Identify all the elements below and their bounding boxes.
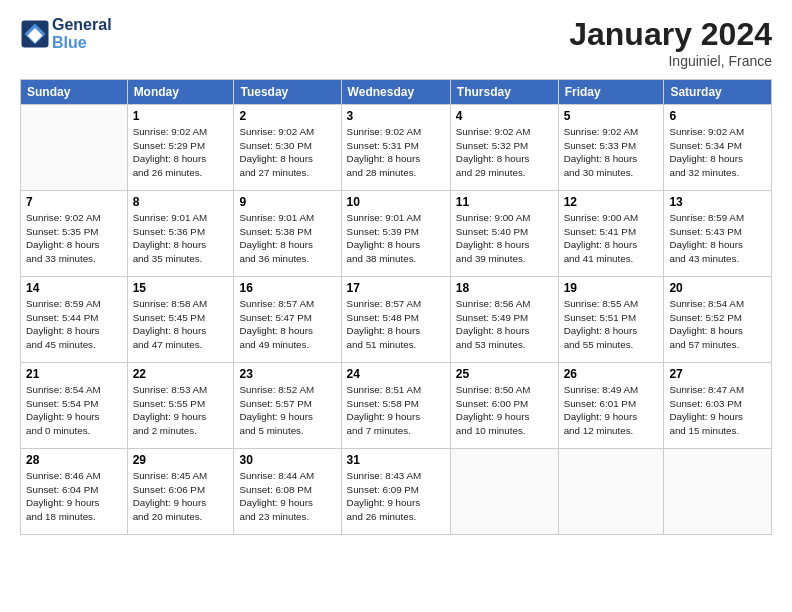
day-info: Sunrise: 8:44 AMSunset: 6:08 PMDaylight:…	[239, 469, 335, 524]
calendar-cell: 7Sunrise: 9:02 AMSunset: 5:35 PMDaylight…	[21, 191, 128, 277]
day-number: 11	[456, 195, 553, 209]
day-info: Sunrise: 9:01 AMSunset: 5:36 PMDaylight:…	[133, 211, 229, 266]
calendar-cell: 22Sunrise: 8:53 AMSunset: 5:55 PMDayligh…	[127, 363, 234, 449]
weekday-header: Friday	[558, 80, 664, 105]
day-number: 13	[669, 195, 766, 209]
day-info: Sunrise: 8:53 AMSunset: 5:55 PMDaylight:…	[133, 383, 229, 438]
day-number: 16	[239, 281, 335, 295]
day-number: 26	[564, 367, 659, 381]
calendar-cell	[558, 449, 664, 535]
calendar-cell: 17Sunrise: 8:57 AMSunset: 5:48 PMDayligh…	[341, 277, 450, 363]
day-info: Sunrise: 8:56 AMSunset: 5:49 PMDaylight:…	[456, 297, 553, 352]
calendar-cell: 11Sunrise: 9:00 AMSunset: 5:40 PMDayligh…	[450, 191, 558, 277]
calendar-table: SundayMondayTuesdayWednesdayThursdayFrid…	[20, 79, 772, 535]
location: Inguiniel, France	[569, 53, 772, 69]
calendar-cell: 25Sunrise: 8:50 AMSunset: 6:00 PMDayligh…	[450, 363, 558, 449]
day-number: 22	[133, 367, 229, 381]
calendar-week-row: 1Sunrise: 9:02 AMSunset: 5:29 PMDaylight…	[21, 105, 772, 191]
logo-text: General Blue	[52, 16, 112, 52]
day-info: Sunrise: 9:02 AMSunset: 5:33 PMDaylight:…	[564, 125, 659, 180]
calendar-cell: 30Sunrise: 8:44 AMSunset: 6:08 PMDayligh…	[234, 449, 341, 535]
weekday-header: Thursday	[450, 80, 558, 105]
day-info: Sunrise: 9:02 AMSunset: 5:35 PMDaylight:…	[26, 211, 122, 266]
calendar-cell: 26Sunrise: 8:49 AMSunset: 6:01 PMDayligh…	[558, 363, 664, 449]
day-number: 10	[347, 195, 445, 209]
calendar-week-row: 7Sunrise: 9:02 AMSunset: 5:35 PMDaylight…	[21, 191, 772, 277]
weekday-header: Sunday	[21, 80, 128, 105]
calendar-cell	[664, 449, 772, 535]
calendar-cell: 14Sunrise: 8:59 AMSunset: 5:44 PMDayligh…	[21, 277, 128, 363]
calendar-cell: 19Sunrise: 8:55 AMSunset: 5:51 PMDayligh…	[558, 277, 664, 363]
day-info: Sunrise: 9:01 AMSunset: 5:38 PMDaylight:…	[239, 211, 335, 266]
day-number: 19	[564, 281, 659, 295]
day-info: Sunrise: 8:54 AMSunset: 5:52 PMDaylight:…	[669, 297, 766, 352]
day-number: 27	[669, 367, 766, 381]
day-number: 6	[669, 109, 766, 123]
calendar-cell: 2Sunrise: 9:02 AMSunset: 5:30 PMDaylight…	[234, 105, 341, 191]
day-info: Sunrise: 9:02 AMSunset: 5:34 PMDaylight:…	[669, 125, 766, 180]
calendar-cell: 24Sunrise: 8:51 AMSunset: 5:58 PMDayligh…	[341, 363, 450, 449]
day-info: Sunrise: 8:59 AMSunset: 5:44 PMDaylight:…	[26, 297, 122, 352]
calendar-cell: 8Sunrise: 9:01 AMSunset: 5:36 PMDaylight…	[127, 191, 234, 277]
day-info: Sunrise: 8:55 AMSunset: 5:51 PMDaylight:…	[564, 297, 659, 352]
day-info: Sunrise: 8:59 AMSunset: 5:43 PMDaylight:…	[669, 211, 766, 266]
calendar-header-row: SundayMondayTuesdayWednesdayThursdayFrid…	[21, 80, 772, 105]
calendar-cell: 18Sunrise: 8:56 AMSunset: 5:49 PMDayligh…	[450, 277, 558, 363]
day-number: 17	[347, 281, 445, 295]
weekday-header: Wednesday	[341, 80, 450, 105]
weekday-header: Tuesday	[234, 80, 341, 105]
day-info: Sunrise: 9:00 AMSunset: 5:40 PMDaylight:…	[456, 211, 553, 266]
day-number: 20	[669, 281, 766, 295]
day-number: 5	[564, 109, 659, 123]
day-number: 2	[239, 109, 335, 123]
day-info: Sunrise: 8:49 AMSunset: 6:01 PMDaylight:…	[564, 383, 659, 438]
day-number: 21	[26, 367, 122, 381]
calendar-cell: 6Sunrise: 9:02 AMSunset: 5:34 PMDaylight…	[664, 105, 772, 191]
day-info: Sunrise: 8:45 AMSunset: 6:06 PMDaylight:…	[133, 469, 229, 524]
day-number: 25	[456, 367, 553, 381]
calendar-cell: 23Sunrise: 8:52 AMSunset: 5:57 PMDayligh…	[234, 363, 341, 449]
calendar-week-row: 14Sunrise: 8:59 AMSunset: 5:44 PMDayligh…	[21, 277, 772, 363]
day-number: 18	[456, 281, 553, 295]
day-info: Sunrise: 8:57 AMSunset: 5:48 PMDaylight:…	[347, 297, 445, 352]
day-number: 24	[347, 367, 445, 381]
calendar-cell: 4Sunrise: 9:02 AMSunset: 5:32 PMDaylight…	[450, 105, 558, 191]
month-title: January 2024	[569, 16, 772, 53]
day-info: Sunrise: 8:54 AMSunset: 5:54 PMDaylight:…	[26, 383, 122, 438]
day-number: 31	[347, 453, 445, 467]
calendar-cell: 28Sunrise: 8:46 AMSunset: 6:04 PMDayligh…	[21, 449, 128, 535]
calendar-cell: 13Sunrise: 8:59 AMSunset: 5:43 PMDayligh…	[664, 191, 772, 277]
logo-icon	[20, 19, 50, 49]
calendar-cell: 29Sunrise: 8:45 AMSunset: 6:06 PMDayligh…	[127, 449, 234, 535]
day-info: Sunrise: 9:01 AMSunset: 5:39 PMDaylight:…	[347, 211, 445, 266]
weekday-header: Saturday	[664, 80, 772, 105]
day-info: Sunrise: 9:02 AMSunset: 5:30 PMDaylight:…	[239, 125, 335, 180]
day-info: Sunrise: 8:52 AMSunset: 5:57 PMDaylight:…	[239, 383, 335, 438]
page: General Blue January 2024 Inguiniel, Fra…	[0, 0, 792, 612]
day-number: 29	[133, 453, 229, 467]
day-info: Sunrise: 8:43 AMSunset: 6:09 PMDaylight:…	[347, 469, 445, 524]
calendar-cell: 3Sunrise: 9:02 AMSunset: 5:31 PMDaylight…	[341, 105, 450, 191]
day-number: 3	[347, 109, 445, 123]
day-info: Sunrise: 9:02 AMSunset: 5:29 PMDaylight:…	[133, 125, 229, 180]
calendar-cell: 21Sunrise: 8:54 AMSunset: 5:54 PMDayligh…	[21, 363, 128, 449]
day-number: 9	[239, 195, 335, 209]
calendar-cell: 12Sunrise: 9:00 AMSunset: 5:41 PMDayligh…	[558, 191, 664, 277]
day-number: 23	[239, 367, 335, 381]
calendar-cell: 10Sunrise: 9:01 AMSunset: 5:39 PMDayligh…	[341, 191, 450, 277]
day-number: 30	[239, 453, 335, 467]
day-number: 15	[133, 281, 229, 295]
day-info: Sunrise: 9:02 AMSunset: 5:32 PMDaylight:…	[456, 125, 553, 180]
calendar-cell: 1Sunrise: 9:02 AMSunset: 5:29 PMDaylight…	[127, 105, 234, 191]
calendar-cell: 15Sunrise: 8:58 AMSunset: 5:45 PMDayligh…	[127, 277, 234, 363]
weekday-header: Monday	[127, 80, 234, 105]
logo: General Blue	[20, 16, 112, 52]
day-info: Sunrise: 9:00 AMSunset: 5:41 PMDaylight:…	[564, 211, 659, 266]
calendar-cell: 5Sunrise: 9:02 AMSunset: 5:33 PMDaylight…	[558, 105, 664, 191]
day-info: Sunrise: 9:02 AMSunset: 5:31 PMDaylight:…	[347, 125, 445, 180]
calendar-cell: 16Sunrise: 8:57 AMSunset: 5:47 PMDayligh…	[234, 277, 341, 363]
header: General Blue January 2024 Inguiniel, Fra…	[20, 16, 772, 69]
day-number: 8	[133, 195, 229, 209]
day-number: 7	[26, 195, 122, 209]
day-info: Sunrise: 8:58 AMSunset: 5:45 PMDaylight:…	[133, 297, 229, 352]
